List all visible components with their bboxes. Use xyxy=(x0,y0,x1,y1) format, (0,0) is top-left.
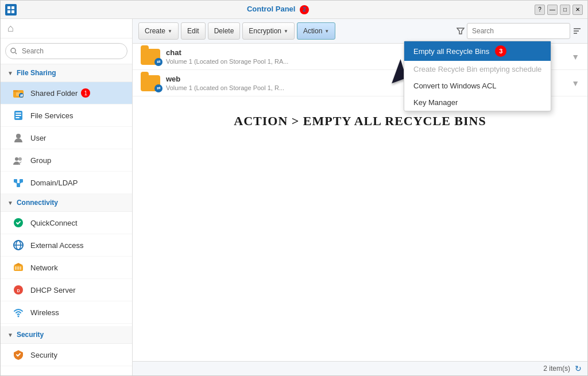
chevron-down-icon-connectivity: ▼ xyxy=(7,200,13,206)
svg-rect-5 xyxy=(13,90,18,92)
toolbar: Create ▼ Edit Delete Encryption ▼ Action… xyxy=(133,19,587,44)
svg-rect-12 xyxy=(16,117,20,118)
svg-rect-26 xyxy=(15,266,17,270)
svg-text:⇄: ⇄ xyxy=(20,94,23,98)
svg-marker-33 xyxy=(457,28,464,34)
wireless-icon xyxy=(12,306,25,319)
dropdown-item-convert-acl[interactable]: Convert to Windows ACL xyxy=(404,77,551,94)
quickconnect-icon xyxy=(12,216,25,229)
svg-rect-28 xyxy=(20,266,21,270)
delete-label: Delete xyxy=(214,27,234,35)
edit-button[interactable]: Edit xyxy=(181,22,206,40)
sidebar-item-user[interactable]: User xyxy=(1,127,132,149)
svg-point-32 xyxy=(18,316,20,317)
svg-rect-10 xyxy=(16,113,21,114)
title-bar: Control Panel 2 ? — □ ✕ xyxy=(1,1,587,19)
toolbar-search-input[interactable] xyxy=(467,23,570,39)
dropdown-item-empty-recycle[interactable]: Empty all Recycle Bins 3 xyxy=(404,41,551,61)
section-label-connectivity: Connectivity xyxy=(17,199,58,207)
empty-recycle-label: Empty all Recycle Bins xyxy=(413,47,489,56)
sidebar-item-external-access[interactable]: External Access xyxy=(1,234,132,257)
create-dropdown-arrow: ▼ xyxy=(168,29,172,34)
sidebar-item-label-group: Group xyxy=(30,156,51,165)
external-access-icon xyxy=(12,239,25,251)
window-controls[interactable]: ? — □ ✕ xyxy=(535,5,583,15)
dropdown-item-create-schedule[interactable]: Create Recycle Bin emptying schedule xyxy=(404,61,551,77)
sidebar-item-label-user: User xyxy=(30,134,46,142)
main-layout: ⌂ ▼ File Sharing ⇄ xyxy=(1,19,587,375)
sidebar-item-group[interactable]: Group xyxy=(1,149,132,172)
sidebar-item-label-wireless: Wireless xyxy=(30,308,59,317)
app-window: Control Panel 2 ? — □ ✕ ⌂ ▼ File Sharing xyxy=(0,0,588,376)
sort-icon[interactable] xyxy=(572,26,582,36)
toolbar-search-area xyxy=(457,23,582,39)
sidebar-section-file-sharing[interactable]: ▼ File Sharing xyxy=(1,64,132,82)
section-label-file-sharing: File Sharing xyxy=(17,69,56,77)
sidebar-item-shared-folder[interactable]: ⇄ Shared Folder 1 xyxy=(1,82,132,104)
sidebar-item-label-shared-folder: Shared Folder xyxy=(30,89,78,98)
svg-rect-17 xyxy=(20,179,23,183)
sidebar-item-label-file-services: File Services xyxy=(30,111,73,120)
action-label: Action xyxy=(303,27,322,35)
user-icon xyxy=(12,131,25,144)
maximize-button[interactable]: □ xyxy=(560,5,570,15)
instruction-text: Action > Empty All Recycle Bins xyxy=(234,114,486,129)
help-button[interactable]: ? xyxy=(535,5,545,15)
svg-point-14 xyxy=(15,157,18,161)
action-dropdown-arrow: ▼ xyxy=(324,29,329,34)
refresh-icon[interactable]: ↻ xyxy=(575,364,582,373)
create-button[interactable]: Create ▼ xyxy=(138,22,179,40)
dhcp-icon: D xyxy=(12,284,25,296)
sidebar-item-quickconnect[interactable]: QuickConnect xyxy=(1,212,132,234)
security-icon xyxy=(12,348,25,361)
expand-web[interactable]: ▼ xyxy=(571,79,579,88)
shared-folder-icon: ⇄ xyxy=(12,87,25,99)
folder-icon-chat: ⇄ xyxy=(141,49,160,65)
delete-button[interactable]: Delete xyxy=(208,22,241,40)
sidebar-item-label-quickconnect: QuickConnect xyxy=(30,219,78,227)
close-button[interactable]: ✕ xyxy=(572,5,583,15)
create-label: Create xyxy=(145,27,165,35)
sidebar-item-label-network: Network xyxy=(30,263,58,272)
action-button[interactable]: Action ▼ xyxy=(297,22,335,40)
encryption-dropdown-arrow: ▼ xyxy=(284,29,288,34)
svg-marker-29 xyxy=(14,263,23,265)
sidebar-item-network[interactable]: Network xyxy=(1,257,132,279)
sidebar-item-dhcp-server[interactable]: D DHCP Server xyxy=(1,279,132,301)
sidebar-item-label-external-access: External Access xyxy=(30,241,84,250)
sidebar-item-domain-ldap[interactable]: Domain/LDAP xyxy=(1,172,132,194)
sidebar-item-wireless[interactable]: Wireless xyxy=(1,301,132,324)
content-area: Create ▼ Edit Delete Encryption ▼ Action… xyxy=(133,19,587,375)
svg-point-15 xyxy=(18,157,22,161)
group-icon xyxy=(12,154,25,166)
network-icon xyxy=(12,261,25,274)
svg-line-20 xyxy=(18,183,21,184)
search-filter-icon xyxy=(457,27,465,35)
sidebar-item-security[interactable]: Security xyxy=(1,344,132,366)
folder-icon-web: ⇄ xyxy=(141,75,160,91)
svg-rect-18 xyxy=(17,184,20,187)
sidebar-search-input[interactable] xyxy=(5,43,127,59)
minimize-button[interactable]: — xyxy=(547,5,558,15)
encryption-label: Encryption xyxy=(249,27,281,35)
dropdown-item-key-manager[interactable]: Key Manager xyxy=(404,94,551,111)
shared-folder-badge: 1 xyxy=(81,88,90,98)
home-icon[interactable]: ⌂ xyxy=(7,22,14,34)
sidebar-item-file-services[interactable]: File Services xyxy=(1,104,132,127)
svg-rect-3 xyxy=(11,10,14,13)
sidebar-section-connectivity[interactable]: ▼ Connectivity xyxy=(1,194,132,212)
app-icon xyxy=(5,4,17,15)
sidebar-section-security[interactable]: ▼ Security xyxy=(1,326,132,344)
svg-rect-27 xyxy=(17,266,19,270)
chevron-down-icon-security: ▼ xyxy=(7,332,13,338)
action-dropdown: Empty all Recycle Bins 3 Create Recycle … xyxy=(404,41,551,111)
convert-acl-label: Convert to Windows ACL xyxy=(413,82,497,90)
item-count: 2 item(s) xyxy=(543,365,570,373)
encryption-button[interactable]: Encryption ▼ xyxy=(242,22,295,40)
status-bar: 2 item(s) ↻ xyxy=(133,361,587,375)
svg-rect-16 xyxy=(14,179,17,183)
expand-chat[interactable]: ▼ xyxy=(571,52,579,61)
create-schedule-label: Create Recycle Bin emptying schedule xyxy=(413,65,541,73)
sidebar-item-label-domain-ldap: Domain/LDAP xyxy=(30,179,78,187)
svg-text:D: D xyxy=(17,289,20,293)
